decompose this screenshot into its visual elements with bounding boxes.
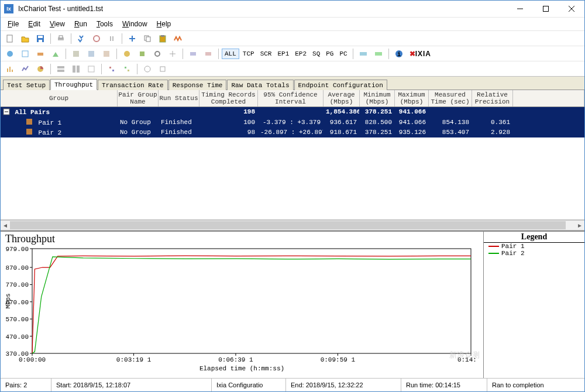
open-icon[interactable] xyxy=(18,32,32,46)
tool-n-icon[interactable] xyxy=(356,47,370,61)
misc-c-icon[interactable] xyxy=(140,62,154,76)
svg-rect-6 xyxy=(38,36,43,38)
minimize-button[interactable] xyxy=(507,1,533,17)
col-average[interactable]: Average(Mbps) xyxy=(324,90,360,106)
add-icon[interactable] xyxy=(125,32,139,46)
menu-window[interactable]: Window xyxy=(118,19,152,29)
run-icon[interactable] xyxy=(74,32,88,46)
tool-i-icon[interactable] xyxy=(135,47,149,61)
svg-rect-18 xyxy=(161,35,164,37)
copy-icon[interactable] xyxy=(140,32,154,46)
menu-tools[interactable]: Tools xyxy=(92,19,118,29)
save-icon[interactable] xyxy=(33,32,47,46)
chart-c-icon[interactable] xyxy=(33,62,47,76)
svg-text:0:06:39 1: 0:06:39 1 xyxy=(218,356,253,363)
svg-rect-36 xyxy=(12,70,13,72)
misc-b-icon[interactable] xyxy=(120,62,134,76)
filter-ep2[interactable]: EP2 xyxy=(292,49,309,59)
layout-a-icon[interactable] xyxy=(54,62,68,76)
zigzag-icon[interactable] xyxy=(171,32,185,46)
svg-rect-44 xyxy=(112,70,114,71)
filter-pc[interactable]: PC xyxy=(337,49,349,59)
svg-text:0:03:19 1: 0:03:19 1 xyxy=(116,356,152,363)
paste-icon[interactable] xyxy=(156,32,170,46)
svg-rect-53 xyxy=(32,249,471,353)
menu-run[interactable]: Run xyxy=(70,19,92,29)
menu-help[interactable]: Help xyxy=(152,19,176,29)
tab-transaction-rate[interactable]: Transaction Rate xyxy=(98,80,168,90)
tab-response-time[interactable]: Response Time xyxy=(168,80,227,90)
tab-test-setup[interactable]: Test Setup xyxy=(3,80,50,90)
svg-rect-40 xyxy=(73,66,75,73)
col-maximum[interactable]: Maximum(Mbps) xyxy=(395,90,429,106)
tool-l-icon[interactable] xyxy=(186,47,200,61)
layout-c-icon[interactable] xyxy=(84,62,98,76)
misc-d-icon[interactable] xyxy=(156,62,170,76)
col-precision[interactable]: RelativePrecision xyxy=(472,90,513,106)
tool-j-icon[interactable] xyxy=(150,47,164,61)
table-row-pair-1[interactable]: Pair 1 No Group Finished 100 -3.379 : +3… xyxy=(1,118,584,128)
tool-m-icon[interactable] xyxy=(201,47,215,61)
tool-c-icon[interactable] xyxy=(33,47,47,61)
svg-text:0:09:59 1: 0:09:59 1 xyxy=(321,356,356,363)
layout-b-icon[interactable] xyxy=(69,62,83,76)
new-icon[interactable] xyxy=(3,32,17,46)
col-timing-records[interactable]: Timing RecordsCompleted xyxy=(199,90,258,106)
status-start: Start: 2018/9/15, 12:18:07 xyxy=(51,379,212,391)
col-run-status[interactable]: Run Status xyxy=(159,90,199,106)
svg-rect-26 xyxy=(140,51,144,56)
chart-a-icon[interactable] xyxy=(3,62,17,76)
tool-b-icon[interactable] xyxy=(18,47,32,61)
menu-file[interactable]: File xyxy=(3,19,23,29)
table-hscroll[interactable]: ◂ ▸ xyxy=(1,220,584,230)
menu-view[interactable]: View xyxy=(45,19,70,29)
filter-tcp[interactable]: TCP xyxy=(240,49,257,59)
legend-swatch xyxy=(488,246,499,247)
close-button[interactable] xyxy=(559,1,584,17)
col-confidence[interactable]: 95% ConfidenceInterval xyxy=(258,90,324,106)
scroll-right-icon[interactable]: ▸ xyxy=(575,221,584,230)
svg-rect-41 xyxy=(77,66,80,73)
pause-icon[interactable] xyxy=(105,32,119,46)
stop-icon[interactable] xyxy=(90,32,104,46)
col-pair-group[interactable]: Pair GroupName xyxy=(118,90,159,106)
tab-raw-data-totals[interactable]: Raw Data Totals xyxy=(227,80,293,90)
filter-scr[interactable]: SCR xyxy=(258,49,274,59)
chart-b-icon[interactable] xyxy=(18,62,32,76)
filter-all[interactable]: ALL xyxy=(222,49,239,59)
svg-point-25 xyxy=(124,51,130,57)
tool-e-icon[interactable] xyxy=(69,47,83,61)
scroll-thumb[interactable] xyxy=(10,221,566,229)
filter-sq[interactable]: SQ xyxy=(310,49,322,59)
tool-g-icon[interactable] xyxy=(99,47,113,61)
col-group[interactable]: Group xyxy=(1,90,118,106)
col-minimum[interactable]: Minimum(Mbps) xyxy=(360,90,395,106)
svg-rect-29 xyxy=(205,52,211,56)
tab-throughput[interactable]: Throughput xyxy=(50,79,97,90)
misc-a-icon[interactable] xyxy=(105,62,119,76)
info-icon[interactable]: i xyxy=(392,47,406,61)
svg-rect-52 xyxy=(26,129,32,135)
tool-d-icon[interactable] xyxy=(49,47,63,61)
tool-f-icon[interactable] xyxy=(84,47,98,61)
tool-a-icon[interactable] xyxy=(3,47,17,61)
tool-k-icon[interactable] xyxy=(166,47,180,61)
legend-item-pair-2[interactable]: Pair 2 xyxy=(484,250,584,257)
legend-item-pair-1[interactable]: Pair 1 xyxy=(484,243,584,250)
table-row-pair-2[interactable]: Pair 2 No Group Finished 98 -26.897 : +2… xyxy=(1,128,584,137)
tool-o-icon[interactable] xyxy=(371,47,386,61)
filter-pg[interactable]: PG xyxy=(324,49,336,59)
tabstrip: Test Setup Throughput Transaction Rate R… xyxy=(1,76,584,90)
app-icon: Ix xyxy=(4,4,13,13)
svg-rect-9 xyxy=(59,36,63,38)
print-icon[interactable] xyxy=(54,32,68,46)
menu-edit[interactable]: Edit xyxy=(23,19,45,29)
table-row-all-pairs[interactable]: All Pairs 198 1,854.386 378.251 941.066 xyxy=(1,107,584,118)
maximize-button[interactable] xyxy=(533,1,559,17)
collapse-icon[interactable] xyxy=(3,108,11,116)
col-measured-time[interactable]: MeasuredTime (sec) xyxy=(429,90,472,106)
scroll-left-icon[interactable]: ◂ xyxy=(1,221,10,230)
tab-endpoint-configuration[interactable]: Endpoint Configuration xyxy=(294,80,387,90)
tool-h-icon[interactable] xyxy=(120,47,134,61)
filter-ep1[interactable]: EP1 xyxy=(275,49,291,59)
